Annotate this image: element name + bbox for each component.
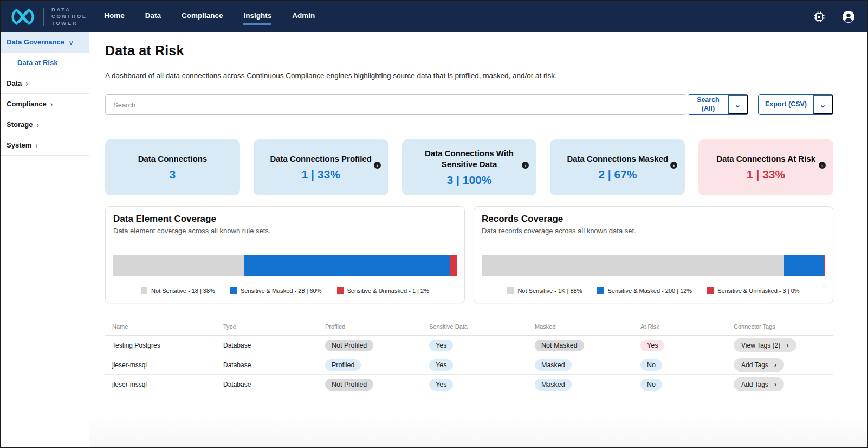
bar-segment-not-sensitive: [482, 255, 784, 276]
cell-type: Database: [223, 361, 325, 369]
sidebar-item-data-governance[interactable]: Data Governance ∨: [1, 32, 89, 53]
profiled-status-badge: Profiled: [325, 359, 361, 371]
info-icon[interactable]: i: [819, 162, 826, 169]
delphix-logo-icon: [10, 7, 36, 27]
masked-status-badge: Not Masked: [535, 340, 584, 351]
page-description: A dashboard of all data connections acro…: [105, 72, 833, 80]
column-header-sensitive-data: Sensitive Data: [429, 323, 535, 330]
toolbar: Search (All) ⌄ Export (CSV) ⌄: [105, 94, 833, 115]
tag-button-label: Add Tags: [741, 361, 768, 369]
chevron-right-icon: ›: [25, 80, 28, 87]
stat-card-value: 3: [170, 168, 176, 181]
add-tags-button[interactable]: Add Tags ›: [734, 377, 784, 391]
nav-item-compliance[interactable]: Compliance: [182, 8, 223, 25]
main-nav: Home Data Compliance Insights Admin: [104, 8, 315, 25]
logo-divider: [43, 8, 44, 26]
legend-swatch: [707, 287, 714, 294]
legend-swatch: [337, 287, 344, 294]
cell-name: Testing Postgres: [112, 342, 223, 349]
sidebar: Data Governance ∨ Data at Risk Data › Co…: [1, 32, 89, 447]
stat-card-connections-masked: Data Connections Masked 2 | 67% i: [550, 139, 685, 195]
top-navbar: DATA CONTROL TOWER Home Data Compliance …: [1, 1, 867, 32]
panel-header: Records Coverage Data records coverage a…: [474, 207, 833, 241]
bar-segment-sensitive-unmasked: [824, 255, 825, 276]
legend-label: Sensitive & Masked - 28 | 60%: [241, 287, 322, 294]
legend-item: Sensitive & Unmasked - 3 | 0%: [707, 287, 799, 294]
masked-status-badge: Masked: [535, 359, 572, 371]
search-options-caret[interactable]: ⌄: [728, 95, 748, 114]
sidebar-item-data-at-risk[interactable]: Data at Risk: [1, 53, 89, 73]
bar-segment-sensitive-masked: [244, 255, 450, 276]
panel-subtitle: Data element coverage across all known r…: [113, 227, 457, 235]
view-tags-button[interactable]: View Tags (2) ›: [734, 338, 796, 352]
main-content: Data at Risk A dashboard of all data con…: [89, 32, 867, 447]
table-row: jleser-mssql Database Profiled Yes Maske…: [105, 355, 833, 375]
records-coverage-panel: Records Coverage Data records coverage a…: [474, 206, 833, 303]
column-header-masked: Masked: [535, 323, 640, 330]
stacked-coverage-bar: [113, 255, 457, 276]
at-risk-status-badge: No: [640, 379, 662, 391]
legend-swatch: [597, 287, 604, 294]
export-options-caret[interactable]: ⌄: [813, 95, 833, 114]
legend-label: Not Sensitive - 1K | 88%: [517, 287, 582, 294]
sidebar-item-data[interactable]: Data ›: [1, 73, 89, 94]
nav-item-home[interactable]: Home: [104, 8, 125, 25]
nav-item-admin[interactable]: Admin: [292, 8, 315, 25]
at-risk-status-badge: Yes: [640, 340, 664, 351]
stat-card-title: Data Connections With Sensitive Data: [418, 148, 521, 170]
nav-item-insights[interactable]: Insights: [243, 8, 271, 25]
sensitive-status-badge: Yes: [429, 359, 453, 371]
sidebar-item-label: Data: [7, 79, 22, 87]
stat-card-value: 2 | 67%: [598, 168, 637, 181]
sidebar-item-storage[interactable]: Storage ›: [1, 114, 89, 135]
app-window: DATA CONTROL TOWER Home Data Compliance …: [0, 0, 868, 448]
bar-segment-not-sensitive: [113, 255, 244, 276]
panel-title: Records Coverage: [482, 214, 825, 225]
stat-card-value: 1 | 33%: [747, 168, 785, 181]
export-split-button: Export (CSV) ⌄: [758, 94, 833, 115]
brand-line: CONTROL: [51, 13, 87, 20]
cell-type: Database: [223, 342, 325, 349]
sidebar-item-compliance[interactable]: Compliance ›: [1, 94, 89, 114]
account-icon[interactable]: [842, 10, 855, 23]
legend: Not Sensitive - 18 | 38% Sensitive & Mas…: [113, 287, 457, 294]
masked-status-badge: Masked: [535, 379, 572, 391]
search-button[interactable]: Search (All): [688, 95, 728, 114]
legend-item: Sensitive & Masked - 200 | 12%: [597, 287, 692, 294]
chevron-right-icon: ›: [35, 142, 38, 149]
nav-item-data[interactable]: Data: [145, 8, 161, 25]
legend-label: Sensitive & Masked - 200 | 12%: [607, 287, 692, 294]
search-input[interactable]: [105, 94, 686, 115]
brand-wordmark: DATA CONTROL TOWER: [51, 7, 87, 27]
at-risk-status-badge: No: [640, 359, 662, 371]
search-split-button: Search (All) ⌄: [688, 94, 748, 115]
stat-card-title: Data Connections At Risk: [716, 153, 815, 164]
cell-name: jleser-mssql: [112, 381, 223, 388]
legend-item: Sensitive & Unmasked - 1 | 2%: [337, 287, 429, 294]
chevron-right-icon: ›: [50, 100, 53, 108]
profiled-status-badge: Not Profiled: [325, 379, 373, 391]
cell-name: jleser-mssql: [112, 361, 223, 369]
tag-button-label: Add Tags: [741, 381, 768, 388]
stat-card-connections-at-risk: Data Connections At Risk 1 | 33% i: [698, 139, 833, 195]
sensitive-status-badge: Yes: [429, 340, 453, 351]
legend-swatch: [507, 287, 514, 294]
panel-title: Data Element Coverage: [113, 214, 457, 225]
legend-item: Not Sensitive - 18 | 38%: [141, 287, 215, 294]
sidebar-item-label: Compliance: [7, 100, 47, 108]
add-tags-button[interactable]: Add Tags ›: [734, 358, 784, 372]
sensitive-status-badge: Yes: [429, 379, 453, 391]
table-row: jleser-mssql Database Not Profiled Yes M…: [105, 375, 833, 394]
export-csv-button[interactable]: Export (CSV): [759, 95, 813, 114]
tag-button-label: View Tags (2): [741, 342, 780, 349]
sidebar-item-system[interactable]: System ›: [1, 135, 89, 156]
integrations-chip-icon[interactable]: [813, 10, 826, 23]
table-header-row: Name Type Profiled Sensitive Data Masked…: [105, 317, 833, 336]
info-icon[interactable]: i: [670, 162, 677, 169]
stacked-coverage-bar: [482, 255, 825, 276]
page-title: Data at Risk: [105, 43, 833, 59]
brand-line: DATA: [51, 7, 87, 13]
info-icon[interactable]: i: [522, 162, 529, 169]
info-icon[interactable]: i: [374, 162, 381, 169]
stat-card-title: Data Connections Masked: [567, 153, 668, 164]
